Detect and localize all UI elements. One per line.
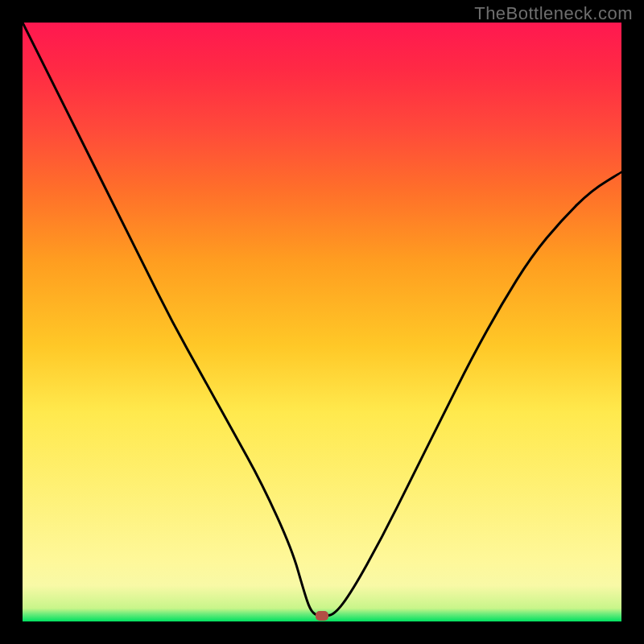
watermark-text: TheBottleneck.com <box>474 3 633 24</box>
plot-area <box>23 23 621 621</box>
curve-minimum-marker <box>316 611 328 621</box>
bottleneck-curve <box>23 23 621 621</box>
chart-frame: TheBottleneck.com <box>0 0 644 644</box>
